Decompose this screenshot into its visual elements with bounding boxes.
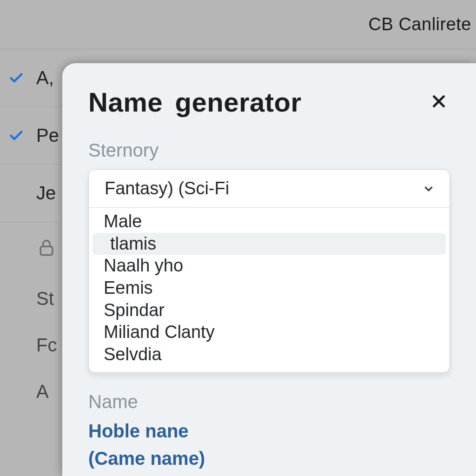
dropdown-option[interactable]: Naalh yho (93, 255, 446, 277)
dropdown-option[interactable]: Eemis (93, 277, 446, 299)
name-action-came[interactable]: (Came name) (88, 448, 450, 469)
dropdown-option[interactable]: Selvdia (93, 344, 446, 366)
dropdown-option[interactable]: tlamis (93, 233, 446, 255)
svg-rect-0 (40, 246, 53, 255)
list-item-label: A, (36, 67, 54, 88)
name-action-hoble[interactable]: Hoble nane (88, 421, 450, 442)
dropdown-option[interactable]: Male (93, 211, 446, 233)
chevron-down-icon (422, 182, 436, 196)
dropdown-selected[interactable]: Fantasy) (Sci-Fi (89, 170, 450, 208)
dropdown-option[interactable]: Miliand Clanty (93, 321, 446, 344)
checkmark-icon (8, 70, 24, 86)
name-generator-panel: Name generator Sternory Fantasy) (Sci-Fi… (62, 63, 476, 476)
dropdown-selected-text: Fantasy) (Sci-Fi (105, 178, 229, 198)
list-item-label: Pe (36, 125, 59, 146)
panel-title: Name generator (88, 86, 302, 118)
name-label: Name (88, 391, 450, 412)
list-item-label: Je (36, 183, 56, 204)
close-icon (430, 93, 447, 112)
close-button[interactable] (428, 91, 450, 113)
checkmark-icon (8, 128, 24, 144)
lock-icon (36, 229, 57, 275)
header-right-text: CB Canlirete (369, 14, 471, 34)
app-header: CB Canlirete (0, 0, 476, 49)
sternory-label: Sternory (88, 140, 450, 161)
category-dropdown: Fantasy) (Sci-Fi Male tlamis Naalh yho E… (88, 169, 450, 373)
dropdown-list: Male tlamis Naalh yho Eemis Spindar Mili… (89, 208, 450, 372)
dropdown-option[interactable]: Spindar (93, 299, 446, 322)
